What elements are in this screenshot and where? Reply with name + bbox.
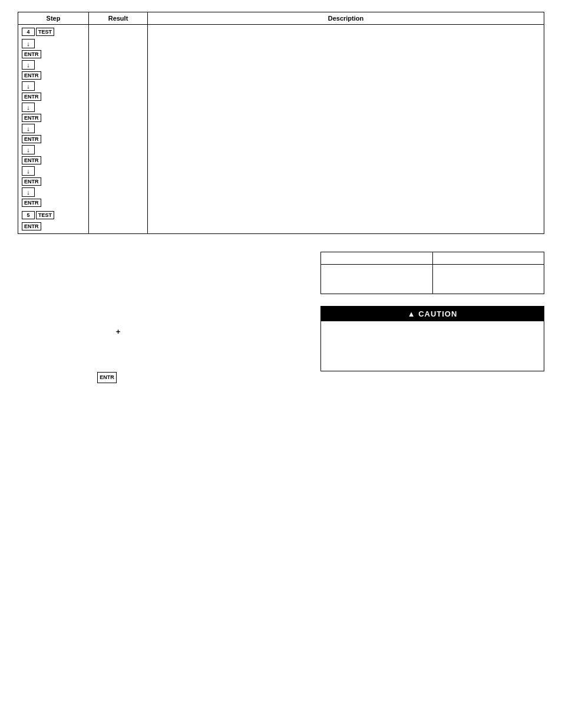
caution-text-3 [328,353,537,363]
right-column: ▲ CAUTION [320,252,544,401]
result-cell [89,25,148,234]
caution-body [321,321,544,371]
arrow4: ↓ [22,102,35,113]
body-para-entr: ENTR [18,371,309,383]
small-reference-table [320,252,544,294]
arrow8: ↓ [22,187,35,197]
caution-text-2 [328,340,537,350]
arrow5: ↓ [22,123,35,134]
main-procedure-table: Step Result Description 4 TEST ↓ ENTR ↓ … [18,12,544,234]
entr-btn-2: ENTR [22,71,41,80]
step-sequence: 4 TEST ↓ ENTR ↓ ENTR ↓ ENTR ↓ ENTR ↓ ENT… [22,27,85,231]
arrow7: ↓ [22,166,35,176]
down-arrow-2: ↓ [22,60,35,70]
down-arrow-3: ↓ [22,81,35,91]
entr-btn-5: ENTR [22,135,41,143]
entr9: ENTR [22,222,41,231]
step5-number: 5 [22,211,35,219]
small-table-cell-2 [432,265,544,294]
step-header: Step [18,12,89,25]
body-para-5 [18,311,309,322]
step-cell: 4 TEST ↓ ENTR ↓ ENTR ↓ ENTR ↓ ENTR ↓ ENT… [18,25,89,234]
arrow3: ↓ [22,81,35,91]
arrow6: ↓ [22,144,35,155]
down-arrow-6: ↓ [22,145,35,154]
caution-title: CAUTION [418,309,457,318]
entr-btn-8: ENTR [22,199,41,207]
left-column: + ENTR [18,252,309,401]
body-para-6: + [18,326,309,338]
small-table-col2-header [432,252,544,265]
arrow1: ↓ [22,38,35,49]
entr-btn-4: ENTR [22,114,41,122]
result-header: Result [89,12,148,25]
arrow2: ↓ [22,60,35,70]
caution-triangle-icon: ▲ [408,309,416,318]
entr5: ENTR [22,134,41,144]
body-para-4 [18,297,309,308]
entr4: ENTR [22,113,41,123]
body-para-7 [18,342,309,353]
body-para-2 [18,266,309,278]
down-arrow-7: ↓ [22,166,35,176]
small-table-col1-header [321,252,433,265]
entr-btn-9: ENTR [22,222,41,230]
small-table-cell-1 [321,265,433,294]
down-arrow-8: ↓ [22,187,35,197]
small-table-row [321,265,544,294]
entr2: ENTR [22,71,41,80]
entr-inline-btn: ENTR [97,372,117,383]
step5-row: 5 TEST [22,210,54,220]
step4-row: 4 TEST [22,27,54,37]
description-header: Description [148,12,544,25]
table-row: 4 TEST ↓ ENTR ↓ ENTR ↓ ENTR ↓ ENTR ↓ ENT… [18,25,544,234]
lower-section: + ENTR [18,252,544,401]
entr-btn-6: ENTR [22,156,41,164]
test-btn-1: TEST [36,28,54,36]
entr7: ENTR [22,177,41,186]
down-arrow-4: ↓ [22,103,35,112]
body-para-1 [18,252,309,263]
caution-box: ▲ CAUTION [320,306,544,371]
step4-number: 4 [22,28,35,36]
test-btn-2: TEST [36,211,54,219]
body-para-9 [18,387,309,398]
entr-btn-3: ENTR [22,93,41,101]
body-para-3 [18,281,309,292]
caution-header: ▲ CAUTION [321,307,544,321]
down-arrow-1: ↓ [22,39,35,48]
entr-btn-7: ENTR [22,177,41,186]
entr3: ENTR [22,92,41,101]
description-cell [148,25,544,234]
entr8: ENTR [22,198,41,207]
down-arrow-5: ↓ [22,124,35,133]
caution-text-1 [328,326,537,336]
body-para-8 [18,357,309,368]
plus-symbol: + [116,327,121,336]
entr1: ENTR [22,50,41,59]
entr-btn-1: ENTR [22,50,41,58]
entr6: ENTR [22,156,41,165]
